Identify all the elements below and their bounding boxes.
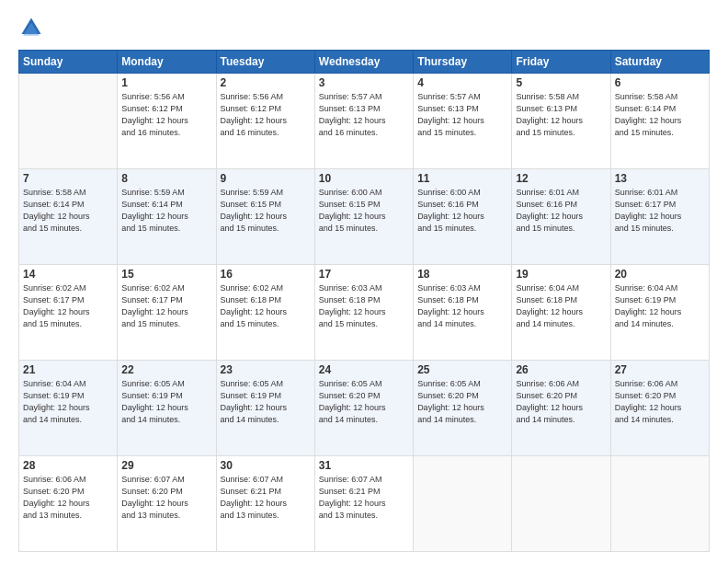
calendar-cell: 10Sunrise: 6:00 AM Sunset: 6:15 PM Dayli… (314, 169, 413, 265)
day-detail: Sunrise: 6:01 AM Sunset: 6:16 PM Dayligh… (516, 187, 606, 235)
calendar-table: SundayMondayTuesdayWednesdayThursdayFrid… (18, 50, 710, 552)
day-detail: Sunrise: 6:05 AM Sunset: 6:19 PM Dayligh… (221, 378, 311, 426)
logo-icon (18, 15, 44, 40)
day-header-friday: Friday (512, 51, 610, 74)
calendar-week-0: 1Sunrise: 5:56 AM Sunset: 6:12 PM Daylig… (19, 74, 710, 169)
day-number: 27 (615, 363, 705, 376)
calendar-cell: 2Sunrise: 5:56 AM Sunset: 6:12 PM Daylig… (216, 74, 314, 169)
day-detail: Sunrise: 6:04 AM Sunset: 6:19 PM Dayligh… (23, 378, 113, 426)
calendar-header-row: SundayMondayTuesdayWednesdayThursdayFrid… (19, 51, 710, 74)
calendar-cell: 7Sunrise: 5:58 AM Sunset: 6:14 PM Daylig… (19, 169, 118, 265)
day-number: 16 (221, 268, 311, 281)
calendar-cell: 4Sunrise: 5:57 AM Sunset: 6:13 PM Daylig… (414, 74, 512, 169)
day-detail: Sunrise: 6:06 AM Sunset: 6:20 PM Dayligh… (23, 474, 113, 522)
calendar-cell: 23Sunrise: 6:05 AM Sunset: 6:19 PM Dayli… (216, 361, 314, 456)
day-number: 3 (319, 76, 409, 89)
day-detail: Sunrise: 6:01 AM Sunset: 6:17 PM Dayligh… (615, 187, 705, 235)
day-number: 30 (221, 459, 311, 472)
day-detail: Sunrise: 6:07 AM Sunset: 6:21 PM Dayligh… (319, 474, 409, 522)
day-header-monday: Monday (118, 51, 216, 74)
calendar-cell: 12Sunrise: 6:01 AM Sunset: 6:16 PM Dayli… (512, 169, 610, 265)
day-detail: Sunrise: 5:58 AM Sunset: 6:14 PM Dayligh… (23, 187, 113, 235)
calendar-cell: 9Sunrise: 5:59 AM Sunset: 6:15 PM Daylig… (216, 169, 314, 265)
calendar-cell: 1Sunrise: 5:56 AM Sunset: 6:12 PM Daylig… (118, 74, 216, 169)
day-header-saturday: Saturday (610, 51, 709, 74)
calendar-cell: 27Sunrise: 6:06 AM Sunset: 6:20 PM Dayli… (610, 361, 709, 456)
calendar-cell: 19Sunrise: 6:04 AM Sunset: 6:18 PM Dayli… (512, 265, 610, 361)
calendar-week-4: 28Sunrise: 6:06 AM Sunset: 6:20 PM Dayli… (19, 456, 710, 552)
calendar-cell: 16Sunrise: 6:02 AM Sunset: 6:18 PM Dayli… (216, 265, 314, 361)
day-detail: Sunrise: 6:02 AM Sunset: 6:17 PM Dayligh… (23, 282, 113, 330)
day-detail: Sunrise: 6:03 AM Sunset: 6:18 PM Dayligh… (319, 282, 409, 330)
day-detail: Sunrise: 6:00 AM Sunset: 6:15 PM Dayligh… (319, 187, 409, 235)
day-detail: Sunrise: 5:57 AM Sunset: 6:13 PM Dayligh… (319, 91, 409, 139)
calendar-week-1: 7Sunrise: 5:58 AM Sunset: 6:14 PM Daylig… (19, 169, 710, 265)
calendar-cell (512, 456, 610, 552)
day-number: 24 (319, 363, 409, 376)
day-number: 2 (221, 76, 311, 89)
day-detail: Sunrise: 6:04 AM Sunset: 6:18 PM Dayligh… (516, 282, 606, 330)
day-number: 19 (516, 268, 606, 281)
day-number: 8 (121, 172, 211, 185)
day-detail: Sunrise: 6:00 AM Sunset: 6:16 PM Dayligh… (417, 187, 507, 235)
day-number: 20 (615, 268, 705, 281)
calendar-cell (414, 456, 512, 552)
calendar-cell: 3Sunrise: 5:57 AM Sunset: 6:13 PM Daylig… (314, 74, 413, 169)
calendar-cell: 6Sunrise: 5:58 AM Sunset: 6:14 PM Daylig… (610, 74, 709, 169)
calendar-cell: 5Sunrise: 5:58 AM Sunset: 6:13 PM Daylig… (512, 74, 610, 169)
calendar-cell: 18Sunrise: 6:03 AM Sunset: 6:18 PM Dayli… (414, 265, 512, 361)
header (18, 15, 710, 40)
calendar-cell: 24Sunrise: 6:05 AM Sunset: 6:20 PM Dayli… (314, 361, 413, 456)
day-header-tuesday: Tuesday (216, 51, 314, 74)
calendar-cell: 21Sunrise: 6:04 AM Sunset: 6:19 PM Dayli… (19, 361, 118, 456)
day-number: 26 (516, 363, 606, 376)
day-number: 15 (121, 268, 211, 281)
day-detail: Sunrise: 5:57 AM Sunset: 6:13 PM Dayligh… (417, 91, 507, 139)
day-number: 18 (417, 268, 507, 281)
day-detail: Sunrise: 5:58 AM Sunset: 6:14 PM Dayligh… (615, 91, 705, 139)
calendar-cell (610, 456, 709, 552)
day-detail: Sunrise: 5:58 AM Sunset: 6:13 PM Dayligh… (516, 91, 606, 139)
day-number: 5 (516, 76, 606, 89)
day-number: 17 (319, 268, 409, 281)
day-number: 29 (121, 459, 211, 472)
day-number: 21 (23, 363, 113, 376)
day-number: 12 (516, 172, 606, 185)
day-number: 11 (417, 172, 507, 185)
calendar-cell: 8Sunrise: 5:59 AM Sunset: 6:14 PM Daylig… (118, 169, 216, 265)
day-detail: Sunrise: 6:06 AM Sunset: 6:20 PM Dayligh… (615, 378, 705, 426)
day-number: 10 (319, 172, 409, 185)
day-header-thursday: Thursday (414, 51, 512, 74)
calendar-cell: 25Sunrise: 6:05 AM Sunset: 6:20 PM Dayli… (414, 361, 512, 456)
day-detail: Sunrise: 6:05 AM Sunset: 6:20 PM Dayligh… (319, 378, 409, 426)
day-number: 6 (615, 76, 705, 89)
day-number: 25 (417, 363, 507, 376)
day-detail: Sunrise: 6:05 AM Sunset: 6:19 PM Dayligh… (121, 378, 211, 426)
calendar-cell (19, 74, 118, 169)
calendar-cell: 11Sunrise: 6:00 AM Sunset: 6:16 PM Dayli… (414, 169, 512, 265)
day-number: 23 (221, 363, 311, 376)
day-number: 9 (221, 172, 311, 185)
calendar-cell: 13Sunrise: 6:01 AM Sunset: 6:17 PM Dayli… (610, 169, 709, 265)
calendar-week-3: 21Sunrise: 6:04 AM Sunset: 6:19 PM Dayli… (19, 361, 710, 456)
day-detail: Sunrise: 5:59 AM Sunset: 6:14 PM Dayligh… (121, 187, 211, 235)
calendar-cell: 15Sunrise: 6:02 AM Sunset: 6:17 PM Dayli… (118, 265, 216, 361)
calendar-cell: 28Sunrise: 6:06 AM Sunset: 6:20 PM Dayli… (19, 456, 118, 552)
calendar-cell: 26Sunrise: 6:06 AM Sunset: 6:20 PM Dayli… (512, 361, 610, 456)
day-detail: Sunrise: 6:04 AM Sunset: 6:19 PM Dayligh… (615, 282, 705, 330)
calendar-cell: 20Sunrise: 6:04 AM Sunset: 6:19 PM Dayli… (610, 265, 709, 361)
calendar-cell: 30Sunrise: 6:07 AM Sunset: 6:21 PM Dayli… (216, 456, 314, 552)
calendar-cell: 17Sunrise: 6:03 AM Sunset: 6:18 PM Dayli… (314, 265, 413, 361)
calendar-cell: 29Sunrise: 6:07 AM Sunset: 6:20 PM Dayli… (118, 456, 216, 552)
day-number: 28 (23, 459, 113, 472)
calendar-week-2: 14Sunrise: 6:02 AM Sunset: 6:17 PM Dayli… (19, 265, 710, 361)
day-number: 1 (121, 76, 211, 89)
day-detail: Sunrise: 6:03 AM Sunset: 6:18 PM Dayligh… (417, 282, 507, 330)
day-detail: Sunrise: 6:06 AM Sunset: 6:20 PM Dayligh… (516, 378, 606, 426)
day-detail: Sunrise: 5:59 AM Sunset: 6:15 PM Dayligh… (221, 187, 311, 235)
day-detail: Sunrise: 6:02 AM Sunset: 6:18 PM Dayligh… (221, 282, 311, 330)
calendar-cell: 22Sunrise: 6:05 AM Sunset: 6:19 PM Dayli… (118, 361, 216, 456)
day-detail: Sunrise: 5:56 AM Sunset: 6:12 PM Dayligh… (221, 91, 311, 139)
day-number: 7 (23, 172, 113, 185)
day-number: 13 (615, 172, 705, 185)
